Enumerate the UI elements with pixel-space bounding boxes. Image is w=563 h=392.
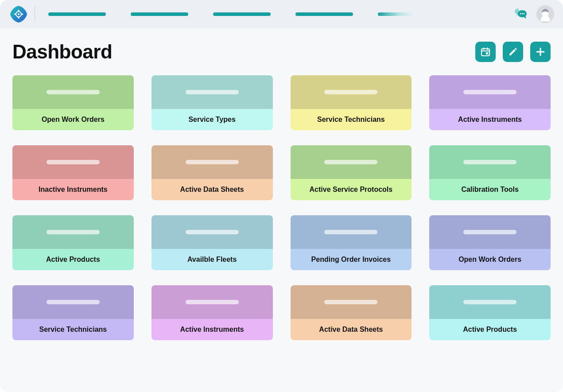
card-top	[429, 145, 551, 179]
card-value-placeholder	[186, 230, 239, 234]
calendar-button[interactable]	[475, 42, 496, 62]
card-label: Active Data Sheets	[151, 179, 273, 200]
dashboard-card[interactable]: Active Products	[429, 285, 551, 340]
dashboard-card[interactable]: Calibration Tools	[429, 145, 551, 200]
card-top	[291, 215, 412, 249]
card-label: Service Technicians	[12, 319, 134, 340]
cards-grid: Open Work OrdersService TypesService Tec…	[12, 75, 551, 340]
card-value-placeholder	[186, 90, 239, 94]
card-label: Active Products	[429, 319, 551, 340]
app-container: Dashboard	[0, 0, 563, 392]
svg-point-1	[18, 13, 19, 15]
svg-rect-14	[486, 52, 488, 54]
calendar-icon	[480, 47, 491, 57]
card-top	[429, 285, 551, 319]
dashboard-card[interactable]: Active Service Protocols	[291, 145, 412, 200]
card-label: Inactive Instruments	[12, 179, 134, 200]
card-top	[429, 215, 551, 249]
svg-point-6	[520, 13, 521, 15]
card-label: Active Products	[12, 249, 134, 270]
card-value-placeholder	[47, 230, 100, 234]
card-top	[12, 145, 134, 179]
svg-rect-10	[481, 49, 489, 56]
svg-point-8	[524, 13, 525, 15]
dashboard-card[interactable]: Availble Fleets	[151, 215, 273, 270]
avatar[interactable]	[536, 5, 554, 23]
dashboard-card[interactable]: Open Work Orders	[12, 75, 134, 130]
card-label: Open Work Orders	[429, 249, 551, 270]
card-label: Open Work Orders	[12, 109, 134, 130]
dashboard-card[interactable]: Open Work Orders	[429, 215, 551, 270]
card-top	[291, 145, 412, 179]
card-label: Availble Fleets	[151, 249, 273, 270]
card-top	[429, 75, 551, 109]
svg-rect-2	[18, 10, 19, 12]
card-value-placeholder	[47, 300, 100, 304]
svg-rect-3	[18, 17, 19, 19]
topbar	[0, 0, 563, 28]
card-value-placeholder	[324, 230, 377, 234]
card-value-placeholder	[324, 90, 377, 94]
card-label: Active Instruments	[151, 319, 273, 340]
nav-item-1[interactable]	[48, 12, 106, 16]
card-value-placeholder	[186, 160, 239, 164]
card-value-placeholder	[324, 160, 377, 164]
card-value-placeholder	[186, 300, 239, 304]
card-top	[151, 215, 273, 249]
card-label: Pending Order Invoices	[291, 249, 412, 270]
card-value-placeholder	[47, 90, 100, 94]
content: Dashboard	[0, 28, 563, 349]
nav-item-2[interactable]	[131, 12, 188, 16]
card-top	[12, 285, 134, 319]
svg-rect-5	[21, 14, 23, 15]
add-button[interactable]	[530, 42, 551, 62]
card-label: Calibration Tools	[429, 179, 551, 200]
card-top	[12, 75, 134, 109]
svg-rect-4	[14, 14, 16, 15]
card-value-placeholder	[47, 160, 100, 164]
dashboard-card[interactable]: Pending Order Invoices	[291, 215, 412, 270]
dashboard-card[interactable]: Inactive Instruments	[12, 145, 134, 200]
card-label: Active Instruments	[429, 109, 551, 130]
nav-item-5[interactable]	[378, 12, 413, 16]
topbar-nav	[48, 12, 507, 16]
dashboard-card[interactable]: Active Instruments	[151, 285, 273, 340]
card-value-placeholder	[463, 230, 516, 234]
page-title: Dashboard	[12, 41, 112, 63]
action-buttons	[475, 42, 551, 62]
dashboard-card[interactable]: Active Instruments	[429, 75, 551, 130]
card-label: Service Types	[151, 109, 273, 130]
topbar-divider	[35, 6, 35, 22]
app-logo[interactable]	[9, 4, 28, 24]
card-top	[151, 285, 273, 319]
card-value-placeholder	[324, 300, 377, 304]
dashboard-card[interactable]: Service Types	[151, 75, 273, 130]
card-top	[151, 145, 273, 179]
card-value-placeholder	[463, 90, 516, 94]
card-value-placeholder	[463, 160, 516, 164]
edit-icon	[508, 47, 518, 57]
card-label: Active Service Protocols	[291, 179, 412, 200]
chat-icon[interactable]	[513, 6, 528, 23]
nav-item-3[interactable]	[213, 12, 271, 16]
card-top	[291, 285, 412, 319]
card-value-placeholder	[463, 300, 516, 304]
edit-button[interactable]	[503, 42, 523, 62]
dashboard-card[interactable]: Active Products	[12, 215, 134, 270]
card-top	[12, 215, 134, 249]
dashboard-card[interactable]: Service Technicians	[291, 75, 412, 130]
dashboard-card[interactable]: Active Data Sheets	[291, 285, 412, 340]
plus-icon	[535, 47, 546, 57]
nav-item-4[interactable]	[295, 12, 353, 16]
card-label: Active Data Sheets	[291, 319, 412, 340]
card-label: Service Technicians	[291, 109, 412, 130]
dashboard-card[interactable]: Active Data Sheets	[151, 145, 273, 200]
card-top	[291, 75, 412, 109]
svg-point-7	[522, 13, 523, 15]
card-top	[151, 75, 273, 109]
dashboard-card[interactable]: Service Technicians	[12, 285, 134, 340]
header-row: Dashboard	[12, 41, 551, 63]
topbar-right	[513, 5, 554, 23]
